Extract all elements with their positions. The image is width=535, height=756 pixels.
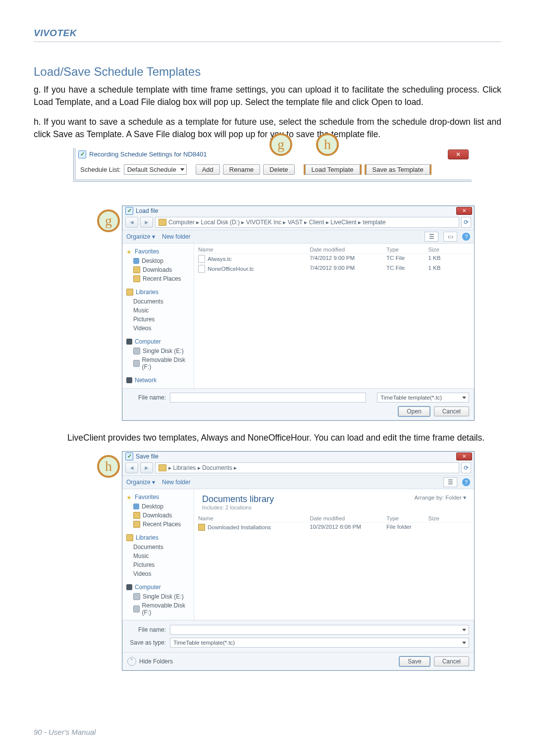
refresh-icon[interactable]: ⟳ xyxy=(461,462,471,473)
organize-menu[interactable]: Organize ▾ xyxy=(126,233,155,240)
file-type-dropdown[interactable]: TimeTable template(*.tc) xyxy=(377,393,469,403)
drive-icon xyxy=(133,605,140,612)
sidebar-desktop[interactable]: Desktop xyxy=(142,257,163,264)
new-folder-button[interactable]: New folder xyxy=(162,479,190,486)
save-file-dialog: ✓ Save file ✕ ◄ ► ▸ Libraries ▸ Document… xyxy=(122,451,475,671)
sidebar-computer[interactable]: Computer xyxy=(135,338,161,345)
rename-button[interactable]: Rename xyxy=(223,164,260,175)
folder-icon xyxy=(159,219,166,226)
breadcrumb[interactable]: Computer ▸ Local Disk (D:) ▸ VIVOTEK Inc… xyxy=(155,217,459,228)
col-date[interactable]: Date modified xyxy=(310,515,386,521)
sidebar-videos[interactable]: Videos xyxy=(133,325,151,332)
forward-icon[interactable]: ► xyxy=(140,217,153,228)
col-size[interactable]: Size xyxy=(428,515,470,521)
check-icon: ✓ xyxy=(78,151,86,158)
col-name[interactable]: Name xyxy=(198,515,310,521)
sidebar-singledisk[interactable]: Single Disk (E:) xyxy=(143,348,184,354)
new-folder-button[interactable]: New folder xyxy=(162,233,190,240)
close-icon[interactable]: ✕ xyxy=(456,207,472,215)
close-icon[interactable]: ✕ xyxy=(448,150,469,159)
sidebar-favorites[interactable]: Favorites xyxy=(135,248,159,255)
section-title: Load/Save Schedule Templates xyxy=(34,65,501,79)
file-row[interactable]: NoneOfficeHour.tc 7/4/2012 9:00 PM TC Fi… xyxy=(198,264,470,274)
sidebar-singledisk[interactable]: Single Disk (E:) xyxy=(143,593,184,600)
library-icon xyxy=(126,289,133,296)
add-button[interactable]: Add xyxy=(196,164,220,175)
breadcrumb[interactable]: ▸ Libraries ▸ Documents ▸ xyxy=(155,462,459,473)
close-icon[interactable]: ✕ xyxy=(456,453,472,460)
library-subtitle: Includes: 2 locations xyxy=(202,504,466,510)
sidebar-desktop[interactable]: Desktop xyxy=(142,503,163,510)
col-size[interactable]: Size xyxy=(428,247,470,252)
save-button[interactable]: Save xyxy=(399,656,429,666)
computer-icon xyxy=(126,339,132,345)
sidebar-downloads[interactable]: Downloads xyxy=(143,266,172,273)
sidebar-music[interactable]: Music xyxy=(133,307,149,314)
file-list: Arrange by: Folder ▾ Documents library I… xyxy=(194,489,474,620)
sidebar-pictures[interactable]: Pictures xyxy=(133,316,155,323)
schedule-dropdown[interactable]: Default Schedule xyxy=(124,164,187,175)
sidebar-computer[interactable]: Computer xyxy=(135,584,161,591)
file-row[interactable]: Always.tc 7/4/2012 9:00 PM TC File 1 KB xyxy=(198,254,470,264)
forward-icon[interactable]: ► xyxy=(140,462,153,473)
sidebar-recent[interactable]: Recent Places xyxy=(143,275,181,282)
folder-icon xyxy=(133,512,140,519)
file-type-dropdown[interactable]: TimeTable template(*.tc) xyxy=(170,638,469,648)
file-icon xyxy=(198,265,205,273)
recording-schedule-title: ✓ Recording Schedule Settings for ND8401 xyxy=(78,151,207,158)
view-icon[interactable]: ☰ xyxy=(443,477,457,487)
filename-input[interactable] xyxy=(170,393,366,403)
open-button[interactable]: Open xyxy=(398,406,429,416)
help-icon[interactable]: ? xyxy=(462,233,470,241)
file-icon xyxy=(198,255,205,263)
sidebar-favorites[interactable]: Favorites xyxy=(135,494,159,501)
load-template-button[interactable]: Load Template xyxy=(305,164,360,175)
callout-h-dialog: h xyxy=(97,455,120,478)
back-icon[interactable]: ◄ xyxy=(125,462,138,473)
sidebar-music[interactable]: Music xyxy=(133,553,149,559)
view-icon[interactable]: ☰ xyxy=(425,232,438,242)
sidebar-downloads[interactable]: Downloads xyxy=(143,512,172,519)
cancel-button[interactable]: Cancel xyxy=(434,656,469,666)
callout-g-dialog: g xyxy=(97,209,120,232)
col-date[interactable]: Date modified xyxy=(310,247,386,252)
sidebar-recent[interactable]: Recent Places xyxy=(143,521,181,528)
refresh-icon[interactable]: ⟳ xyxy=(461,217,471,228)
save-as-template-button[interactable]: Save as Template xyxy=(366,164,430,175)
check-icon: ✓ xyxy=(125,453,133,460)
folder-icon xyxy=(198,524,205,531)
saveas-type-label: Save as type: xyxy=(127,639,166,646)
delete-button[interactable]: Delete xyxy=(263,164,295,175)
cancel-button[interactable]: Cancel xyxy=(434,406,469,416)
mid-paragraph: LiveClient provides two templates, Alway… xyxy=(67,432,501,444)
star-icon: ★ xyxy=(126,249,132,254)
help-icon[interactable]: ? xyxy=(462,478,470,486)
col-type[interactable]: Type xyxy=(386,515,428,521)
sidebar-libraries[interactable]: Libraries xyxy=(136,289,159,296)
preview-pane-icon[interactable]: ▭ xyxy=(443,232,457,242)
sidebar: ★Favorites Desktop Downloads Recent Plac… xyxy=(122,489,194,620)
col-type[interactable]: Type xyxy=(386,247,428,252)
organize-menu[interactable]: Organize ▾ xyxy=(126,479,155,486)
file-row[interactable]: Downloaded Installations 10/29/2012 8:08… xyxy=(198,523,470,532)
sidebar-videos[interactable]: Videos xyxy=(133,570,151,577)
folder-icon xyxy=(133,266,140,273)
file-list: Name Date modified Type Size Always.tc 7… xyxy=(194,244,474,388)
drive-icon xyxy=(133,348,140,354)
sidebar-removable[interactable]: Removable Disk (F:) xyxy=(142,356,190,370)
filename-input[interactable] xyxy=(170,625,469,635)
sidebar-documents[interactable]: Documents xyxy=(133,298,163,305)
hide-folders-toggle[interactable]: ˄ Hide Folders xyxy=(127,657,173,666)
sidebar-network[interactable]: Network xyxy=(135,377,157,384)
sidebar-pictures[interactable]: Pictures xyxy=(133,561,155,568)
network-icon xyxy=(126,377,132,383)
col-name[interactable]: Name xyxy=(198,247,310,252)
sidebar-libraries[interactable]: Libraries xyxy=(136,534,159,541)
sidebar-removable[interactable]: Removable Disk (F:) xyxy=(142,602,190,616)
back-icon[interactable]: ◄ xyxy=(125,217,138,228)
drive-icon xyxy=(133,360,140,367)
sidebar-documents[interactable]: Documents xyxy=(133,544,163,551)
arrange-by[interactable]: Arrange by: Folder ▾ xyxy=(415,494,466,501)
filename-label: File name: xyxy=(127,394,166,401)
check-icon: ✓ xyxy=(125,207,133,215)
